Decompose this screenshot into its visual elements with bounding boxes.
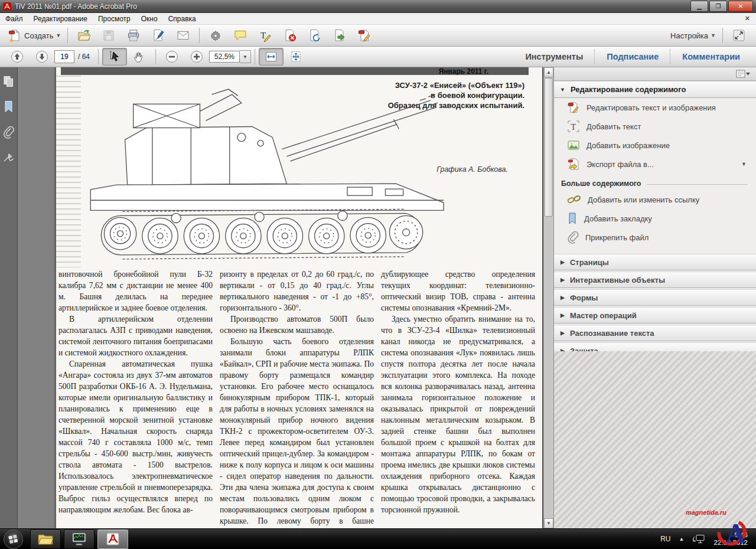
bookmarks-panel-icon[interactable] <box>4 100 14 113</box>
close-document-icon[interactable]: ✕ <box>745 15 756 22</box>
attachments-panel-icon[interactable] <box>3 126 14 139</box>
page-number-input[interactable] <box>54 50 74 63</box>
language-indicator[interactable]: RU <box>660 535 670 543</box>
edit-content-button[interactable] <box>352 27 377 44</box>
section-forms[interactable]: ▶Формы <box>554 289 756 306</box>
title-bar: TiV 2011 №01.pdf - Adobe Acrobat Pro ▁ ❐… <box>0 0 756 13</box>
menu-help[interactable]: Справка <box>163 15 201 23</box>
sign-button[interactable] <box>146 27 171 44</box>
taskbar-acrobat-button[interactable] <box>97 530 128 549</box>
open-button[interactable] <box>71 27 96 44</box>
save-button[interactable] <box>96 27 121 44</box>
edit-text-images-item[interactable]: Редактировать текст и изображения <box>554 98 756 117</box>
close-button[interactable]: ✕ <box>728 1 753 12</box>
svg-text:★: ★ <box>9 37 14 43</box>
menu-edit[interactable]: Редактирование <box>28 15 93 23</box>
panel-options-icon[interactable] <box>736 70 751 78</box>
section-action-wizard-label: Мастер операций <box>570 311 637 320</box>
create-button[interactable]: ★ Создать ▼ <box>5 27 64 44</box>
arrow-up-circle-icon <box>10 50 24 64</box>
select-tool-button[interactable] <box>102 48 127 66</box>
signatures-panel-icon[interactable] <box>3 152 15 164</box>
scroll-down-arrow[interactable]: ▼ <box>544 518 553 528</box>
chevron-down-icon[interactable]: ▼ <box>741 161 747 167</box>
comment-button[interactable] <box>228 27 253 44</box>
navigation-pane-strip <box>0 67 18 528</box>
add-image-item[interactable]: Добавить изображение <box>554 136 756 155</box>
tab-tools[interactable]: Инструменты <box>514 52 594 61</box>
page-thumbnails-icon[interactable] <box>3 76 15 87</box>
toolbar-separator <box>255 49 255 64</box>
paragraph: Большую часть боевого отделения занимали… <box>220 336 374 528</box>
add-edit-link-item[interactable]: Добавить или изменить ссылку <box>554 190 756 209</box>
chevron-down-icon: ▼ <box>711 32 716 38</box>
panel-top-strip <box>554 67 756 81</box>
paragraph: винтовочной бронебойной пули Б-32 калибр… <box>58 269 213 313</box>
menu-view[interactable]: Просмотр <box>93 15 136 23</box>
add-text-item[interactable]: T Добавить текст <box>554 117 756 136</box>
tab-sign[interactable]: Подписание <box>595 52 670 61</box>
restore-button[interactable]: ❐ <box>709 1 727 12</box>
taskbar-system-monitor-button[interactable] <box>64 530 94 549</box>
section-action-wizard[interactable]: ▶Мастер операций <box>554 307 756 323</box>
attach-file-item[interactable]: Прикрепить файл <box>554 228 756 247</box>
toolbar-separator <box>67 28 68 43</box>
edit-page-icon <box>357 28 372 43</box>
export-pages-button[interactable] <box>327 27 352 44</box>
open-file-icon <box>77 28 91 43</box>
menu-file[interactable]: Файл <box>0 15 28 23</box>
create-label: Создать <box>24 31 53 40</box>
toolbar-separator <box>155 49 156 64</box>
delete-pages-button[interactable] <box>278 27 302 44</box>
section-edit-content-label: Редактирование содержимого <box>571 85 686 94</box>
monitor-app-icon <box>71 532 87 546</box>
tray-expand-icon[interactable]: ▲ <box>679 536 685 542</box>
zoom-dropdown-button[interactable]: ▼ <box>240 50 251 63</box>
customize-label: Настройка <box>670 31 708 40</box>
taskbar-explorer-button[interactable] <box>30 530 61 549</box>
section-text-recognition-label: Распознавание текста <box>570 329 654 338</box>
zoom-out-button[interactable] <box>159 48 184 66</box>
section-text-recognition[interactable]: ▶Распознавание текста <box>554 325 756 341</box>
section-interactive-objects[interactable]: ▶Интерактивные объекты <box>554 272 756 288</box>
preferences-button[interactable] <box>203 27 228 44</box>
add-bookmark-label: Добавить закладку <box>584 214 652 223</box>
article-column-2: ризонту в пределах от 0,2 до 60 град./с,… <box>220 269 374 528</box>
chevron-right-icon: ▶ <box>561 259 565 265</box>
vertical-scrollbar[interactable]: ▲ ▼ <box>543 67 553 528</box>
scroll-up-arrow[interactable]: ▲ <box>544 67 553 77</box>
fit-page-button[interactable] <box>284 48 308 66</box>
window-title: TiV 2011 №01.pdf - Adobe Acrobat Pro <box>15 2 137 11</box>
customize-button[interactable]: Настройка ▼ <box>667 27 719 44</box>
start-logo-icon <box>8 534 19 545</box>
export-file-item[interactable]: Экспорт файла в... ▼ <box>554 155 756 174</box>
add-image-icon <box>567 139 580 152</box>
section-pages[interactable]: ▶Страницы <box>554 254 756 270</box>
scrollbar-thumb[interactable] <box>545 78 553 217</box>
fit-width-button[interactable] <box>259 48 284 66</box>
section-forms-label: Формы <box>570 293 598 302</box>
email-button[interactable] <box>171 27 195 44</box>
previous-page-button[interactable] <box>5 48 30 66</box>
tab-comments[interactable]: Комментарии <box>671 52 751 61</box>
reading-mode-button[interactable] <box>726 27 751 44</box>
minimize-button[interactable]: ▁ <box>690 1 708 12</box>
more-content-label: Больше содержимого <box>561 179 641 188</box>
network-icon[interactable] <box>692 534 705 544</box>
add-text-tool-button[interactable]: T <box>253 27 278 44</box>
print-button[interactable] <box>121 27 146 44</box>
navigation-toolbar: / 64 52,5% ▼ Инструменты Подписание Комм… <box>0 47 756 67</box>
reuse-pages-button[interactable] <box>302 27 327 44</box>
next-page-button[interactable] <box>30 48 54 66</box>
add-bookmark-item[interactable]: Добавить закладку <box>554 209 756 228</box>
document-view: Январь 2011 г. ЗСУ-37-2 «Енисей» («Объек… <box>18 67 553 528</box>
zoom-level-value[interactable]: 52,5% <box>209 51 240 63</box>
page-refresh-icon <box>308 28 322 43</box>
zoom-in-button[interactable] <box>184 48 209 66</box>
section-edit-content[interactable]: ▼ Редактирование содержимого <box>554 81 756 98</box>
hand-tool-button[interactable] <box>127 48 152 66</box>
watermark-logo: A <box>716 515 755 549</box>
menu-window[interactable]: Окно <box>136 15 163 23</box>
start-button[interactable] <box>4 530 23 549</box>
svg-text:T: T <box>260 31 266 40</box>
